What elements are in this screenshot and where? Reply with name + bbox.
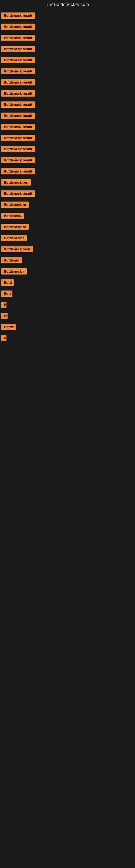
- list-item: Bottleneck re: [1, 222, 134, 233]
- list-item: Bottleneck: [1, 211, 134, 222]
- list-item: Bottleneck result: [1, 100, 134, 111]
- list-item: Bottleneck result: [1, 66, 134, 77]
- bottleneck-badge: Bottleneck result: [1, 79, 35, 86]
- list-item: B: [1, 300, 134, 311]
- list-item: Bottleneck result: [1, 133, 134, 144]
- bottleneck-badge: Bo: [1, 313, 8, 319]
- bottleneck-badge: Bottleneck result: [1, 90, 35, 97]
- list-item: Bottleneck result: [1, 155, 134, 166]
- bottleneck-badge: Bottleneck result: [1, 135, 35, 141]
- list-item: Bo: [1, 311, 134, 322]
- list-item: Bottl: [1, 278, 134, 288]
- list-item: n: [1, 333, 134, 344]
- items-list: Bottleneck resultBottleneck resultBottle…: [0, 8, 135, 347]
- bottleneck-badge: Bottleneck result: [1, 168, 35, 175]
- list-item: Bottleneck re: [1, 200, 134, 211]
- list-item: Bottlenec: [1, 255, 134, 266]
- bottleneck-badge: Bottleneck: [1, 213, 24, 219]
- list-item: Bottleneck result: [1, 55, 134, 66]
- list-item: Bottleneck result: [1, 44, 134, 55]
- list-item: Bottleneck result: [1, 122, 134, 133]
- bottleneck-badge: Bottleneck r: [1, 268, 27, 275]
- bottleneck-badge: Bottlenec: [1, 257, 22, 264]
- bottleneck-badge: Bottleneck result: [1, 57, 35, 63]
- bottleneck-badge: Bottleneck res: [1, 179, 31, 186]
- list-item: Bottleneck r: [1, 233, 134, 244]
- bottleneck-badge: Bottle: [1, 324, 16, 330]
- bottleneck-badge: B: [1, 302, 6, 308]
- bottleneck-badge: Bottleneck result: [1, 101, 35, 108]
- bottleneck-badge: Bottleneck result: [1, 46, 35, 52]
- bottleneck-badge: Bottleneck result: [1, 12, 35, 19]
- list-item: Bottleneck result: [1, 89, 134, 99]
- site-title: TheBottlenecker.com: [0, 0, 135, 8]
- list-item: Bottleneck result: [1, 144, 134, 155]
- list-item: Bottleneck result: [1, 22, 134, 33]
- list-item: Bott: [1, 289, 134, 300]
- bottleneck-badge: Bottl: [1, 279, 14, 286]
- list-item: Bottle: [1, 322, 134, 333]
- list-item: Bottleneck result: [1, 111, 134, 122]
- list-item: Bottleneck result: [1, 189, 134, 199]
- bottleneck-badge: Bott: [1, 290, 12, 297]
- bottleneck-badge: Bottleneck result: [1, 157, 35, 163]
- list-item: Bottleneck result: [1, 78, 134, 88]
- list-item: Bottleneck resu: [1, 244, 134, 255]
- list-item: Bottleneck r: [1, 267, 134, 277]
- bottleneck-badge: Bottleneck result: [1, 124, 35, 130]
- bottleneck-badge: Bottleneck resu: [1, 246, 33, 252]
- bottleneck-badge: Bottleneck result: [1, 190, 35, 197]
- list-item: Bottleneck result: [1, 11, 134, 22]
- bottleneck-badge: Bottleneck result: [1, 146, 35, 152]
- bottleneck-badge: Bottleneck result: [1, 68, 35, 74]
- bottleneck-badge: Bottleneck re: [1, 224, 29, 230]
- list-item: Bottleneck result: [1, 33, 134, 44]
- bottleneck-badge: Bottleneck result: [1, 35, 35, 41]
- list-item: Bottleneck res: [1, 178, 134, 188]
- bottleneck-badge: Bottleneck result: [1, 24, 35, 30]
- bottleneck-badge: Bottleneck result: [1, 113, 35, 119]
- bottleneck-badge: Bottleneck re: [1, 202, 29, 208]
- bottleneck-badge: Bottleneck r: [1, 235, 27, 241]
- bottleneck-badge: n: [1, 335, 6, 341]
- list-item: Bottleneck result: [1, 166, 134, 177]
